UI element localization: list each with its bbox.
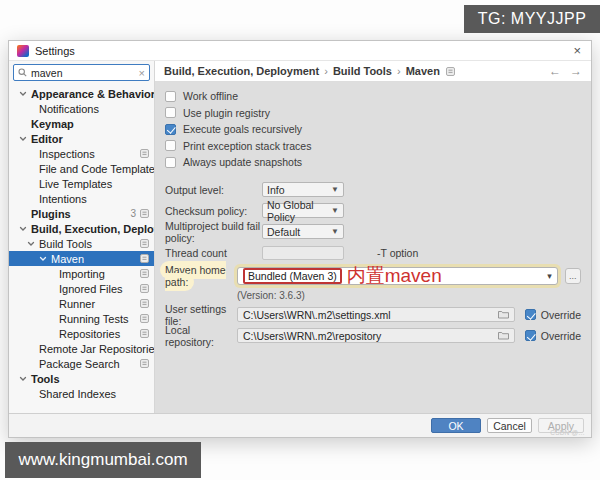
- checkbox-row-work-offline[interactable]: Work offline: [165, 88, 581, 104]
- chevron-down-icon[interactable]: [19, 90, 31, 98]
- chevron-down-icon[interactable]: [27, 240, 39, 248]
- multiproject-fail-policy-label: Multiproject build fail policy:: [165, 220, 262, 244]
- checkbox[interactable]: [165, 124, 176, 135]
- checkbox[interactable]: [165, 157, 176, 168]
- user-settings-override[interactable]: Override: [525, 309, 581, 321]
- thread-count-input[interactable]: [262, 246, 344, 260]
- settings-match-icon: [140, 239, 149, 248]
- breadcrumb-separator: ›: [324, 65, 328, 77]
- checkbox[interactable]: [165, 140, 176, 151]
- chevron-down-icon[interactable]: [19, 135, 31, 143]
- main-panel: Build, Execution, Deployment › Build Too…: [155, 61, 591, 413]
- sidebar-item-maven[interactable]: Maven: [9, 251, 154, 266]
- user-settings-row: User settings file: C:\Users\WRN\.m2\set…: [165, 304, 581, 325]
- sidebar-item-shared-indexes[interactable]: Shared Indexes: [9, 386, 154, 401]
- sidebar-item-inspections[interactable]: Inspections: [9, 146, 154, 161]
- local-repository-field[interactable]: C:\Users\WRN\.m2\repository: [237, 328, 515, 343]
- sidebar-item-keymap[interactable]: Keymap: [9, 116, 154, 131]
- sidebar-item-package-search[interactable]: Package Search: [9, 356, 154, 371]
- settings-dialog: Settings × maven × Appearance & Behavior…: [8, 40, 592, 438]
- multiproject-fail-policy-select[interactable]: Default ▼: [262, 224, 344, 239]
- sidebar-item-build-execution-deployment[interactable]: Build, Execution, Deployment: [9, 221, 154, 236]
- settings-match-icon: [140, 299, 149, 308]
- sidebar-item-live-templates[interactable]: Live Templates: [9, 176, 154, 191]
- sidebar-item-label: Notifications: [39, 103, 99, 115]
- checksum-policy-select[interactable]: No Global Policy ▼: [262, 203, 344, 218]
- sidebar-item-repositories[interactable]: Repositories: [9, 326, 154, 341]
- multiproject-fail-policy-row: Multiproject build fail policy: Default …: [165, 221, 581, 242]
- ok-button[interactable]: OK: [431, 418, 481, 433]
- output-level-label: Output level:: [165, 184, 262, 196]
- checksum-policy-row: Checksum policy: No Global Policy ▼: [165, 200, 581, 221]
- clear-search-icon[interactable]: ×: [139, 68, 145, 78]
- checkbox-row-execute-goals-recursively[interactable]: Execute goals recursively: [165, 121, 581, 137]
- breadcrumb: Build, Execution, Deployment › Build Too…: [155, 61, 591, 82]
- plugins-count-badge: 3: [130, 208, 136, 219]
- checkbox-label: Print exception stack traces: [183, 140, 311, 152]
- search-icon: [18, 67, 27, 79]
- chevron-down-icon[interactable]: [19, 375, 31, 383]
- search-input[interactable]: maven ×: [13, 64, 150, 81]
- sidebar-item-tools[interactable]: Tools: [9, 371, 154, 386]
- back-icon[interactable]: ←: [549, 64, 561, 78]
- forward-icon[interactable]: →: [570, 64, 582, 78]
- settings-match-icon: [140, 269, 149, 278]
- sidebar-item-label: Running Tests: [59, 313, 129, 325]
- checkbox-row-always-update-snapshots[interactable]: Always update snapshots: [165, 154, 581, 170]
- override-checkbox[interactable]: [525, 309, 536, 320]
- chevron-down-icon[interactable]: [39, 255, 51, 263]
- checkbox-row-use-plugin-registry[interactable]: Use plugin registry: [165, 105, 581, 121]
- sidebar-item-ignored-files[interactable]: Ignored Files: [9, 281, 154, 296]
- sidebar-item-plugins[interactable]: Plugins3: [9, 206, 154, 221]
- folder-icon[interactable]: [498, 310, 509, 319]
- sidebar-item-importing[interactable]: Importing: [9, 266, 154, 281]
- user-settings-field[interactable]: C:\Users\WRN\.m2\settings.xml: [237, 307, 515, 322]
- cancel-button[interactable]: Cancel: [487, 418, 532, 433]
- sidebar-item-label: Importing: [59, 268, 105, 280]
- settings-match-icon: [446, 67, 455, 76]
- window-title: Settings: [35, 45, 75, 57]
- sidebar-item-label: File and Code Templates: [39, 163, 154, 175]
- override-checkbox[interactable]: [525, 330, 536, 341]
- sidebar-item-file-and-code-templates[interactable]: File and Code Templates: [9, 161, 154, 176]
- maven-settings-content: Work offlineUse plugin registryExecute g…: [155, 82, 591, 413]
- settings-match-icon: [140, 149, 149, 158]
- maven-home-combobox[interactable]: Bundled (Maven 3) 内置maven ▾: [237, 267, 558, 285]
- local-repository-label: Local repository:: [165, 324, 237, 348]
- settings-match-icon: [140, 314, 149, 323]
- dropdown-arrow-icon: ▼: [331, 227, 339, 236]
- chevron-down-icon[interactable]: [19, 225, 31, 233]
- checkbox[interactable]: [165, 107, 176, 118]
- sidebar-item-appearance-behavior[interactable]: Appearance & Behavior: [9, 86, 154, 101]
- checkbox-group: Work offlineUse plugin registryExecute g…: [165, 88, 581, 170]
- sidebar-item-build-tools[interactable]: Build Tools: [9, 236, 154, 251]
- local-repository-override[interactable]: Override: [525, 330, 581, 342]
- sidebar-item-remote-jar-repositories[interactable]: Remote Jar Repositories: [9, 341, 154, 356]
- browse-more-button[interactable]: ...: [565, 268, 581, 284]
- checkbox[interactable]: [165, 91, 176, 102]
- breadcrumb-build-execution-deployment[interactable]: Build, Execution, Deployment: [164, 65, 319, 77]
- sidebar-item-intentions[interactable]: Intentions: [9, 191, 154, 206]
- local-repository-row: Local repository: C:\Users\WRN\.m2\repos…: [165, 325, 581, 346]
- maven-home-label: Maven home path:: [160, 261, 226, 291]
- maven-home-value: Bundled (Maven 3): [243, 268, 342, 284]
- sidebar-item-runner[interactable]: Runner: [9, 296, 154, 311]
- thread-count-hint: -T option: [377, 247, 418, 259]
- breadcrumb-build-tools[interactable]: Build Tools: [333, 65, 392, 77]
- sidebar-item-editor[interactable]: Editor: [9, 131, 154, 146]
- sidebar-item-notifications[interactable]: Notifications: [9, 101, 154, 116]
- checksum-policy-label: Checksum policy:: [165, 205, 262, 217]
- sidebar-item-label: Shared Indexes: [39, 388, 116, 400]
- checkbox-label: Execute goals recursively: [183, 123, 302, 135]
- breadcrumb-maven[interactable]: Maven: [406, 65, 440, 77]
- sidebar-item-label: Inspections: [39, 148, 95, 160]
- sidebar-item-running-tests[interactable]: Running Tests: [9, 311, 154, 326]
- intellij-logo-icon: [17, 45, 29, 57]
- sidebar-item-label: Intentions: [39, 193, 87, 205]
- folder-icon[interactable]: [498, 331, 509, 340]
- sidebar-item-label: Maven: [51, 253, 84, 265]
- checkbox-row-print-exception-stack-traces[interactable]: Print exception stack traces: [165, 138, 581, 154]
- output-level-select[interactable]: Info ▼: [262, 182, 344, 197]
- close-icon[interactable]: ×: [571, 44, 583, 57]
- sidebar-item-label: Plugins: [31, 208, 71, 220]
